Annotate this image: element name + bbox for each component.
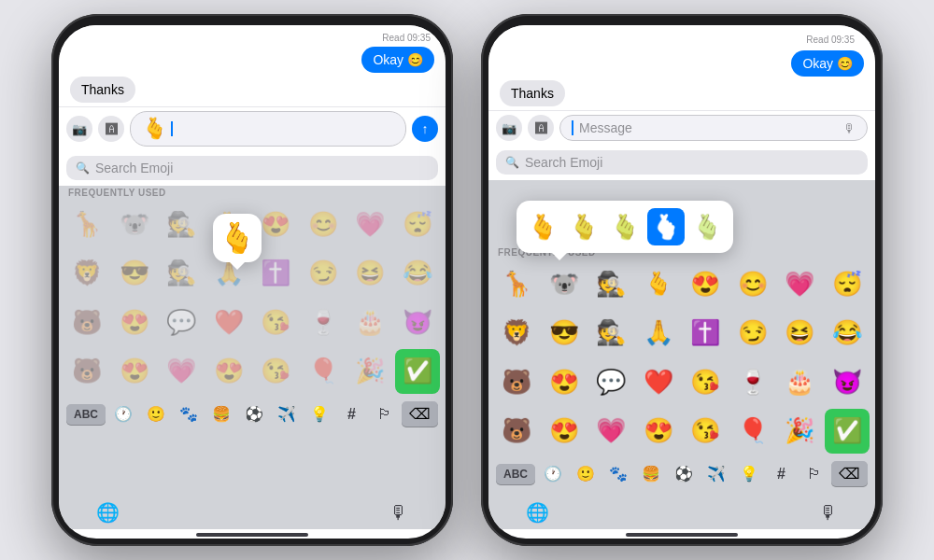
right-kb-flags[interactable]: 🏳 bbox=[799, 462, 829, 486]
right-input-bar[interactable]: 📷 🅰 Message 🎙 bbox=[488, 110, 875, 145]
list-item[interactable]: 😍 bbox=[636, 409, 682, 455]
list-item[interactable]: 🍷 bbox=[730, 359, 776, 405]
left-globe-icon[interactable]: 🌐 bbox=[96, 501, 120, 524]
right-kb-symbols[interactable]: # bbox=[766, 462, 797, 486]
left-kb-abc[interactable]: ABC bbox=[66, 404, 106, 425]
list-item[interactable]: 🍷 bbox=[301, 300, 347, 345]
list-item[interactable]: ✝️ bbox=[683, 311, 729, 357]
list-item[interactable]: 😆 bbox=[777, 311, 823, 357]
list-item[interactable]: 😘 bbox=[253, 300, 299, 345]
list-item[interactable]: 😏 bbox=[730, 311, 776, 357]
list-item[interactable]: 😘 bbox=[683, 409, 729, 455]
list-item[interactable]: 😘 bbox=[683, 359, 729, 405]
left-kb-activity[interactable]: ⚽ bbox=[238, 401, 269, 427]
right-kb-delete[interactable]: ⌫ bbox=[831, 461, 868, 486]
right-kb-food[interactable]: 🍔 bbox=[635, 461, 666, 486]
right-message-input[interactable]: Message 🎙 bbox=[559, 115, 868, 141]
list-item[interactable]: ✅ bbox=[825, 409, 870, 455]
right-camera-icon[interactable]: 📷 bbox=[496, 115, 522, 141]
list-item[interactable]: ❤️ bbox=[206, 300, 252, 345]
list-item[interactable]: 😊 bbox=[730, 261, 776, 307]
list-item[interactable]: 😍 bbox=[542, 359, 587, 405]
list-item[interactable]: 💗 bbox=[347, 202, 393, 247]
right-color-1[interactable]: 🫰 bbox=[524, 208, 561, 245]
left-send-button[interactable]: ↑ bbox=[412, 116, 438, 142]
list-item[interactable]: 🐻 bbox=[494, 409, 540, 455]
left-kb-travel[interactable]: ✈️ bbox=[271, 401, 302, 427]
right-color-2[interactable]: 🫰 bbox=[565, 208, 602, 245]
list-item[interactable]: 💗 bbox=[588, 409, 634, 455]
list-item[interactable]: 😏 bbox=[301, 251, 347, 297]
list-item[interactable]: 💗 bbox=[159, 349, 205, 395]
right-color-3[interactable]: 🫰 bbox=[606, 208, 644, 245]
right-kb-animal[interactable]: 🐾 bbox=[602, 461, 633, 486]
list-item[interactable]: 🦁 bbox=[64, 251, 110, 297]
right-kb-clock[interactable]: 🕐 bbox=[537, 461, 568, 486]
left-camera-icon[interactable]: 📷 bbox=[66, 116, 92, 142]
right-kb-abc[interactable]: ABC bbox=[496, 464, 535, 484]
list-item[interactable]: 🦒 bbox=[494, 261, 540, 307]
list-item[interactable]: 😴 bbox=[825, 261, 870, 307]
left-kb-clock[interactable]: 🕐 bbox=[107, 401, 138, 427]
list-item[interactable]: 🎉 bbox=[777, 409, 823, 455]
list-item[interactable]: 😎 bbox=[112, 251, 158, 297]
list-item[interactable]: 😍 bbox=[542, 409, 587, 455]
list-item[interactable]: 😊 bbox=[301, 202, 347, 247]
list-item[interactable]: 🎂 bbox=[777, 359, 823, 405]
list-item[interactable]: ❤️ bbox=[636, 359, 682, 405]
list-item[interactable]: 🐻 bbox=[494, 359, 540, 405]
list-item[interactable]: ✝️ bbox=[253, 251, 299, 297]
list-item[interactable]: 😍 bbox=[206, 349, 252, 395]
left-kb-flags[interactable]: 🏳 bbox=[369, 402, 400, 427]
list-item[interactable]: 🐨 bbox=[112, 202, 158, 247]
list-item[interactable]: 💬 bbox=[588, 359, 634, 405]
left-kb-animal[interactable]: 🐾 bbox=[173, 401, 204, 427]
list-item[interactable]: 🕵️ bbox=[588, 261, 634, 307]
list-item[interactable]: 😈 bbox=[825, 359, 870, 405]
list-item[interactable]: 😂 bbox=[825, 311, 870, 357]
list-item[interactable]: 🐻 bbox=[64, 349, 110, 395]
left-kb-delete[interactable]: ⌫ bbox=[402, 401, 438, 427]
list-item[interactable]: 🦁 bbox=[494, 311, 540, 357]
right-mic-kb-icon[interactable]: 🎙 bbox=[819, 502, 838, 524]
right-mic-icon[interactable]: 🎙 bbox=[843, 121, 856, 135]
list-item[interactable]: 🦒 bbox=[64, 202, 110, 247]
left-kb-smiley[interactable]: 🙂 bbox=[140, 401, 171, 427]
list-item[interactable]: 😴 bbox=[395, 202, 441, 247]
right-search-inner[interactable]: 🔍 Search Emoji bbox=[496, 150, 868, 175]
list-item[interactable]: 😂 bbox=[395, 251, 441, 297]
list-item[interactable]: 🕵️ bbox=[159, 202, 205, 247]
list-item[interactable]: 🫰 bbox=[636, 261, 682, 307]
left-kb-objects[interactable]: 💡 bbox=[304, 401, 334, 427]
left-text-field[interactable]: 🫰 bbox=[130, 111, 406, 147]
left-kb-food[interactable]: 🍔 bbox=[205, 401, 236, 427]
left-appstore-icon[interactable]: 🅰 bbox=[98, 116, 124, 142]
right-kb-objects[interactable]: 💡 bbox=[733, 461, 764, 486]
list-item[interactable]: 🐻 bbox=[64, 300, 110, 345]
list-item[interactable]: 🎈 bbox=[301, 349, 347, 395]
list-item[interactable]: 🙏 bbox=[636, 311, 682, 357]
list-item[interactable]: 🕵️ bbox=[159, 251, 205, 297]
list-item[interactable]: 🕵️ bbox=[588, 311, 634, 357]
right-kb-travel[interactable]: ✈️ bbox=[700, 461, 731, 486]
list-item[interactable]: 🎈 bbox=[730, 409, 776, 455]
list-item[interactable]: 😆 bbox=[347, 251, 393, 297]
list-item[interactable]: 🎉 bbox=[347, 349, 393, 395]
list-item[interactable]: 😎 bbox=[542, 311, 587, 357]
color-option-default[interactable]: 🫰 bbox=[219, 219, 256, 257]
right-globe-icon[interactable]: 🌐 bbox=[526, 501, 549, 524]
right-kb-activity[interactable]: ⚽ bbox=[668, 461, 699, 486]
right-color-4-active[interactable]: 🫰 bbox=[647, 208, 685, 245]
list-item[interactable]: ✅ bbox=[395, 349, 441, 395]
left-mic-icon[interactable]: 🎙 bbox=[389, 502, 408, 524]
list-item[interactable]: 😈 bbox=[395, 300, 441, 345]
list-item[interactable]: 🐨 bbox=[542, 261, 587, 307]
left-input-bar[interactable]: 📷 🅰 🫰 ↑ bbox=[59, 106, 446, 150]
list-item[interactable]: 😍 bbox=[683, 261, 729, 307]
list-item[interactable]: 😍 bbox=[112, 349, 158, 395]
list-item[interactable]: 🎂 bbox=[347, 300, 393, 345]
right-color-5[interactable]: 🫰 bbox=[688, 208, 726, 245]
right-appstore-icon[interactable]: 🅰 bbox=[528, 115, 554, 141]
list-item[interactable]: 💗 bbox=[777, 261, 823, 307]
left-kb-symbols[interactable]: # bbox=[336, 402, 367, 427]
